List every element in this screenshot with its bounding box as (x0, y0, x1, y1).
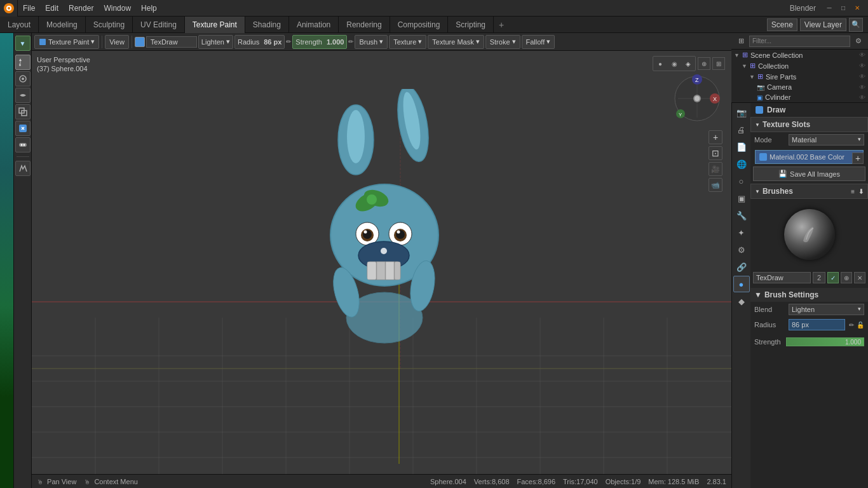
tab-scripting[interactable]: Scripting (448, 17, 494, 33)
draw-brush-tool[interactable] (15, 55, 31, 70)
navigation-gizmo[interactable]: X Z Y (672, 73, 722, 124)
brush-name-box[interactable]: TexDraw (146, 36, 197, 48)
menu-render[interactable]: Render (64, 0, 98, 17)
color-swatch[interactable] (135, 37, 145, 47)
smear-tool[interactable] (15, 88, 31, 103)
data-properties-icon[interactable]: ◆ (733, 293, 750, 309)
3d-viewport[interactable]: User Perspective (37) Sphere.004 ● ◉ ◈ ⊕… (32, 51, 731, 474)
menu-help[interactable]: Help (136, 0, 162, 17)
brushes-header[interactable]: ▼ Brushes ≡ ⬇ (750, 184, 868, 199)
viewport-overlay-toggle[interactable]: ⊕ (698, 57, 710, 70)
collection-eye[interactable]: 👁 (859, 62, 865, 69)
brushes-menu-icon[interactable]: ≡ (851, 188, 855, 195)
outliner-filter[interactable]: Filter... (749, 36, 850, 47)
maximize-button[interactable]: □ (837, 3, 849, 14)
camera-eye[interactable]: 👁 (859, 84, 865, 91)
material-slot[interactable]: Material.002 Base Color (755, 150, 864, 164)
view-menu-btn[interactable]: View (105, 35, 129, 49)
tab-layout[interactable]: Layout (0, 17, 39, 33)
soften-tool[interactable] (15, 71, 31, 86)
minimize-button[interactable]: ─ (824, 3, 835, 14)
camera-view-btn[interactable]: 🎥 (709, 162, 722, 176)
add-slot-button[interactable]: + (852, 152, 864, 164)
brush-copy-btn[interactable]: ⊕ (841, 272, 852, 283)
viewport-shade-rendered-btn[interactable]: ◈ (682, 57, 695, 70)
scene-properties-icon[interactable]: 🌐 (733, 156, 750, 172)
search-icon[interactable]: 🔍 (849, 18, 863, 32)
render-properties-icon[interactable]: 📷 (733, 104, 750, 121)
tab-shading[interactable]: Shading (245, 17, 289, 33)
strength-edit-icon[interactable]: ✏ (348, 38, 353, 45)
radius-lock-btn[interactable]: 🔓 (857, 322, 864, 329)
strength-value-box[interactable]: Strength 1.000 (292, 35, 347, 49)
mask-fill-tool[interactable] (15, 137, 31, 152)
draw-section-header[interactable]: Draw (750, 103, 868, 117)
brush-dropdown-btn[interactable]: Brush ▾ (355, 35, 388, 49)
particles-properties-icon[interactable]: ✦ (733, 224, 750, 241)
cylinder-row[interactable]: ▣ Cvlinder 👁 (731, 92, 868, 102)
menu-file[interactable]: File (18, 0, 40, 17)
radius-edit-btn[interactable]: ✏ (849, 322, 854, 329)
brush-save-btn[interactable]: ✓ (827, 272, 839, 283)
camera-lock-btn[interactable]: 📹 (709, 178, 722, 192)
brushes-expand-icon[interactable]: ⬇ (858, 188, 864, 195)
modifier-properties-icon[interactable]: 🔧 (733, 207, 750, 224)
cylinder-eye[interactable]: 👁 (859, 94, 865, 101)
tab-animation[interactable]: Animation (289, 17, 339, 33)
blender-logo[interactable] (0, 0, 18, 17)
view-layer-dropdown[interactable]: View Layer (800, 18, 846, 31)
object-properties-icon[interactable]: ▣ (733, 190, 750, 207)
brush-delete-btn[interactable]: ✕ (854, 272, 865, 283)
texture-dropdown-btn[interactable]: Texture ▾ (389, 35, 426, 49)
radius-edit-icon[interactable]: ✏ (286, 38, 291, 45)
radius-bs-value[interactable]: 86 px (789, 319, 845, 330)
brush-settings-header[interactable]: ▼ Brush Settings (750, 288, 868, 302)
view-layer-properties-icon[interactable]: 📄 (733, 139, 750, 155)
viewport-shade-material-btn[interactable]: ◉ (668, 57, 681, 70)
tab-rendering[interactable]: Rendering (339, 17, 390, 33)
outliner-icon[interactable]: ⊞ (734, 34, 748, 48)
constraints-properties-icon[interactable]: 🔗 (733, 259, 750, 275)
strength-slider[interactable]: 1.000 (786, 337, 864, 346)
material-properties-icon[interactable]: ● (733, 276, 750, 292)
close-button[interactable]: ✕ (851, 3, 863, 14)
camera-row[interactable]: 📷 Camera 👁 (731, 82, 868, 92)
zoom-in-btn[interactable]: + (709, 130, 722, 144)
radius-value-box[interactable]: Radius 86 px (234, 35, 285, 49)
menu-window[interactable]: Window (98, 0, 136, 17)
tab-sculpting[interactable]: Sculpting (86, 17, 133, 33)
mode-selector[interactable]: ▼ (15, 36, 31, 51)
sire-parts-eye[interactable]: 👁 (859, 73, 865, 80)
tab-texture-paint[interactable]: Texture Paint (185, 17, 245, 33)
texture-mask-dropdown-btn[interactable]: Texture Mask ▾ (428, 35, 484, 49)
tab-compositing[interactable]: Compositing (390, 17, 449, 33)
brush-name-input[interactable]: TexDraw (753, 272, 811, 283)
menu-edit[interactable]: Edit (40, 0, 64, 17)
falloff-dropdown-btn[interactable]: Falloff ▾ (522, 35, 555, 49)
stroke-dropdown-btn[interactable]: Stroke ▾ (485, 35, 520, 49)
scene-dropdown[interactable]: Scene (767, 18, 797, 31)
blend-mode-select[interactable]: Lighten ▾ (198, 35, 233, 49)
zoom-extent-btn[interactable]: ⊡ (709, 146, 722, 160)
save-all-images-btn[interactable]: 💾 Save All Images (753, 166, 865, 181)
output-properties-icon[interactable]: 🖨 (733, 121, 750, 138)
viewport-shade-solid-btn[interactable]: ● (654, 57, 667, 70)
blend-value-select[interactable]: Lighten ▾ (789, 304, 864, 315)
annotate-tool[interactable] (15, 161, 31, 176)
tab-modeling[interactable]: Modeling (39, 17, 86, 33)
world-properties-icon[interactable]: ○ (733, 173, 750, 189)
mode-value-select[interactable]: Material ▾ (789, 134, 864, 146)
texture-paint-mode-btn[interactable]: Texture Paint ▾ (34, 35, 99, 49)
scene-collection-eye[interactable]: 👁 (859, 51, 865, 58)
viewport-gizmo-toggle[interactable]: ⊞ (712, 57, 725, 70)
add-workspace-button[interactable]: + (494, 17, 509, 33)
fill-tool[interactable] (15, 121, 31, 136)
scene-collection-row[interactable]: ▼ ⊞ Scene Collection 👁 (731, 50, 868, 60)
physics-properties-icon[interactable]: ⚙ (733, 241, 750, 258)
outliner-options-btn[interactable]: ⚙ (851, 34, 865, 48)
collection-row[interactable]: ▼ ⊞ Collection 👁 (731, 60, 868, 71)
texture-slots-header[interactable]: ▼ Texture Slots (750, 117, 868, 132)
clone-tool[interactable] (15, 104, 31, 119)
sire-parts-row[interactable]: ▼ ⊞ Sire Parts 👁 (731, 71, 868, 82)
tab-uv-editing[interactable]: UV Editing (133, 17, 185, 33)
